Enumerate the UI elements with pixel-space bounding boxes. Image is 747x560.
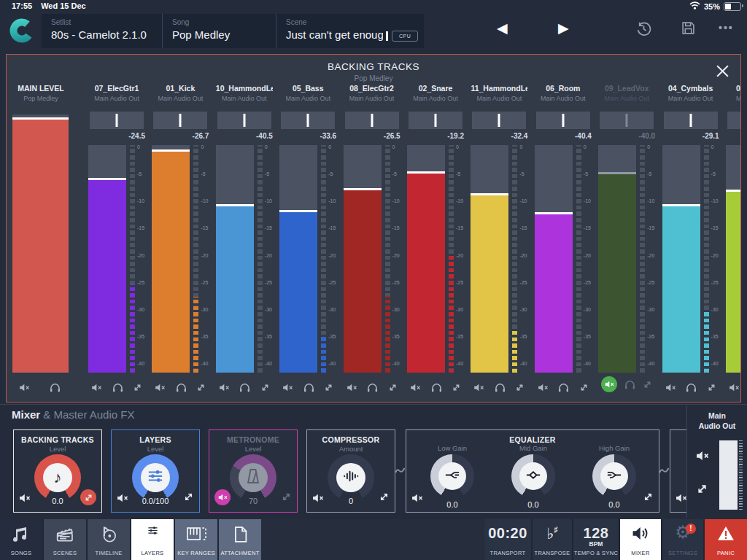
mute-button[interactable]: [729, 384, 740, 392]
solo-headphones-button[interactable]: [495, 383, 506, 392]
master-fader[interactable]: [719, 440, 738, 510]
toolbar-scenes-button[interactable]: SCENES: [44, 519, 86, 560]
pan-slider[interactable]: [409, 112, 462, 129]
fx-knob[interactable]: ♪: [34, 454, 81, 501]
solo-headphones-button[interactable]: [686, 383, 697, 392]
pan-slider[interactable]: [153, 112, 207, 129]
mute-button[interactable]: [19, 384, 30, 392]
previous-button[interactable]: ◀: [497, 20, 508, 36]
pan-slider[interactable]: [90, 112, 144, 129]
route-button[interactable]: [388, 383, 398, 392]
route-button[interactable]: [133, 383, 142, 392]
toolbar-mixer-button[interactable]: MIXER: [620, 519, 661, 560]
solo-headphones-button[interactable]: [624, 380, 635, 389]
channel-fader[interactable]: [726, 145, 741, 373]
pan-slider[interactable]: [345, 112, 399, 129]
toolbar-key-ranges-button[interactable]: KEY RANGES: [175, 519, 217, 560]
toolbar-timeline-button[interactable]: TIMELINE: [88, 519, 130, 560]
toolbar-transpose-button[interactable]: ♭♯TRANSPOSE: [533, 519, 572, 560]
mute-button[interactable]: [219, 384, 230, 392]
channel-fader[interactable]: [152, 145, 190, 373]
channel-fader[interactable]: [88, 145, 126, 373]
scene-field[interactable]: Scene Just can't get enough: [276, 14, 383, 48]
toolbar-tempo-sync-button[interactable]: 128BPMTEMPO & SYNC: [573, 519, 619, 560]
timeline-icon: [88, 526, 130, 543]
channel-fader[interactable]: [471, 145, 508, 373]
db-scale-label: -30: [584, 306, 591, 311]
pan-slider[interactable]: [281, 112, 335, 129]
mute-button[interactable]: [473, 384, 484, 392]
mute-button[interactable]: [665, 384, 676, 392]
master-route-icon[interactable]: [696, 483, 708, 498]
solo-headphones-button[interactable]: [112, 383, 123, 392]
fx-knob[interactable]: [328, 454, 374, 501]
route-button[interactable]: [707, 383, 716, 392]
route-button[interactable]: [281, 491, 292, 505]
channel-fader[interactable]: [662, 145, 700, 373]
route-button[interactable]: [324, 383, 333, 392]
mute-button[interactable]: [282, 384, 293, 392]
mute-button[interactable]: [347, 384, 357, 392]
route-button[interactable]: [80, 489, 96, 505]
eq-knob[interactable]: [430, 454, 474, 498]
solo-headphones-button[interactable]: [303, 383, 314, 392]
mute-button[interactable]: [676, 492, 687, 505]
route-button[interactable]: [183, 491, 194, 505]
pan-slider[interactable]: [664, 112, 718, 129]
toolbar-settings-button[interactable]: ⚙!SETTINGS: [662, 519, 703, 560]
solo-headphones-button[interactable]: [431, 383, 442, 392]
setlist-field[interactable]: Setlist 80s - Camelot 2.1.0: [42, 14, 162, 48]
level-meter: [640, 145, 645, 373]
route-button[interactable]: [643, 380, 652, 389]
fx-knob[interactable]: [132, 454, 179, 501]
next-button[interactable]: ▶: [558, 20, 569, 36]
channel-fader[interactable]: [344, 145, 382, 373]
db-scale-label: -10: [584, 198, 591, 203]
more-options-button[interactable]: •••: [719, 22, 734, 34]
channel-fader[interactable]: [279, 145, 317, 373]
mute-button[interactable]: [155, 384, 166, 392]
solo-headphones-button[interactable]: [50, 383, 61, 392]
route-button[interactable]: [515, 383, 525, 392]
toolbar-transport-button[interactable]: 00:20TRANSPORT: [484, 519, 531, 560]
route-button[interactable]: [379, 491, 390, 505]
pan-slider[interactable]: [600, 112, 654, 129]
route-button[interactable]: [260, 383, 270, 392]
pan-slider[interactable]: [472, 112, 526, 129]
solo-headphones-button[interactable]: [367, 383, 378, 392]
pan-slider[interactable]: [217, 112, 271, 129]
header-info-box: Setlist 80s - Camelot 2.1.0 Song Pop Med…: [42, 14, 424, 48]
solo-headphones-button[interactable]: [176, 383, 187, 392]
save-button[interactable]: [681, 21, 695, 38]
route-button[interactable]: [452, 383, 461, 392]
route-button[interactable]: [579, 383, 589, 392]
master-mute-button[interactable]: [696, 451, 709, 464]
song-field[interactable]: Song Pop Medley: [162, 14, 276, 48]
app-header: Setlist 80s - Camelot 2.1.0 Song Pop Med…: [0, 12, 747, 50]
mute-button[interactable]: [601, 376, 617, 392]
pan-slider[interactable]: [727, 112, 741, 129]
solo-headphones-button[interactable]: [239, 383, 250, 392]
route-button[interactable]: [643, 491, 654, 505]
mute-button[interactable]: [91, 384, 102, 392]
mute-button[interactable]: [410, 384, 421, 392]
channel-fader[interactable]: [598, 145, 636, 373]
eq-knob[interactable]: [511, 454, 555, 498]
history-button[interactable]: [636, 21, 651, 39]
channel-fader[interactable]: [407, 145, 445, 373]
channel-fader[interactable]: [535, 145, 573, 373]
toolbar-attachment-button[interactable]: ATTACHMENT: [219, 519, 261, 560]
pan-slider[interactable]: [536, 112, 590, 129]
fx-card-title: METRONOME: [209, 435, 297, 444]
toolbar-panic-button[interactable]: PANIC: [705, 519, 747, 560]
toolbar-songs-button[interactable]: SONGS: [0, 519, 42, 560]
fx-knob[interactable]: [230, 454, 276, 501]
mute-button[interactable]: [538, 384, 549, 392]
toolbar-layers-button[interactable]: LAYERS: [131, 519, 174, 560]
channel-fader[interactable]: [12, 114, 69, 373]
route-button[interactable]: [196, 383, 206, 392]
eq-knob[interactable]: [592, 454, 636, 498]
solo-headphones-button[interactable]: [558, 383, 569, 392]
mute-button[interactable]: [411, 492, 423, 505]
channel-fader[interactable]: [216, 145, 254, 373]
